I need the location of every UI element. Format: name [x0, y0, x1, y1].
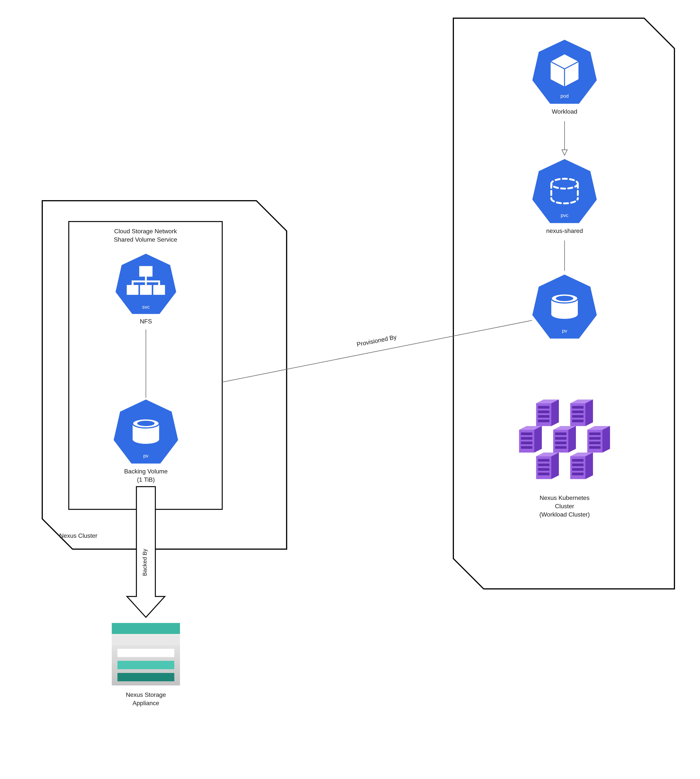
- nexus-cluster-container: Nexus Cluster: [42, 201, 287, 549]
- backing-pv-label1: Backing Volume: [124, 468, 167, 475]
- pod-label: Workload: [552, 108, 577, 115]
- svg-rect-11: [117, 649, 174, 657]
- pvc-label: nexus-shared: [546, 227, 583, 234]
- svg-rect-13: [117, 673, 174, 681]
- svg-point-7: [137, 421, 155, 426]
- diagram-canvas: Nexus Cluster Cloud Storage Network Shar…: [0, 0, 700, 779]
- backed-by-arrow: Backed By: [127, 487, 165, 617]
- server-cluster-icon: [519, 399, 610, 479]
- appliance-label2: Appliance: [133, 700, 159, 706]
- svg-point-17: [556, 296, 573, 301]
- backed-by-label: Backed By: [142, 549, 148, 576]
- cluster-label1: Nexus Kubernetes: [540, 494, 589, 501]
- svc-label: NFS: [140, 318, 152, 325]
- backing-pv-badge: pv: [143, 453, 148, 459]
- service-title-line2: Shared Volume Service: [114, 236, 177, 243]
- svc-badge: svc: [142, 304, 150, 310]
- pod-icon: pod: [532, 40, 597, 104]
- svg-rect-2: [128, 286, 138, 294]
- right-pv-icon: pv: [532, 275, 597, 339]
- cluster-label3: (Workload Cluster): [539, 511, 590, 518]
- svg-rect-3: [141, 286, 151, 294]
- svg-rect-12: [117, 661, 174, 669]
- svc-icon: svc: [115, 254, 176, 314]
- svg-rect-10: [112, 636, 180, 645]
- right-pv-badge: pv: [562, 328, 567, 334]
- nexus-cluster-label: Nexus Cluster: [59, 532, 97, 539]
- storage-appliance-icon: [112, 623, 180, 686]
- svg-rect-9: [112, 623, 180, 634]
- service-title-line1: Cloud Storage Network: [114, 228, 177, 235]
- pod-badge: pod: [560, 93, 568, 99]
- cluster-label2: Cluster: [555, 503, 574, 509]
- backing-pv-label2: (1 TiB): [137, 476, 155, 483]
- pvc-icon: pvc: [532, 159, 597, 223]
- pvc-badge: pvc: [561, 213, 568, 218]
- appliance-label1: Nexus Storage: [126, 691, 166, 698]
- svg-rect-4: [154, 286, 164, 294]
- provisioned-by-label: Provisioned By: [356, 333, 397, 348]
- backing-pv-icon: pv: [114, 399, 178, 464]
- edge-provisioned-by: [222, 320, 532, 382]
- svg-rect-1: [140, 267, 152, 276]
